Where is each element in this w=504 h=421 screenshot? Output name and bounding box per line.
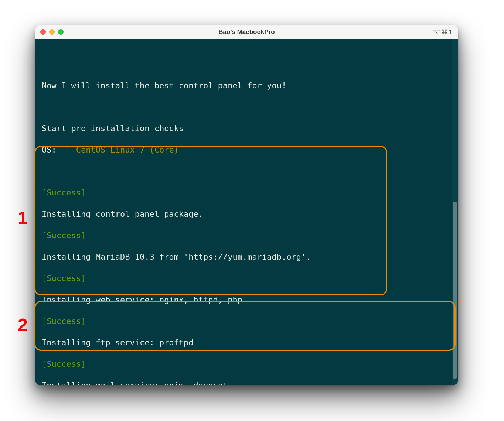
step-line: Installing MariaDB 10.3 from 'https://yu… <box>42 251 458 262</box>
titlebar: Bao's MacbookPro ⌥⌘1 <box>35 25 458 39</box>
close-icon[interactable] <box>40 29 46 35</box>
annotation-number-2: 2 <box>18 315 28 335</box>
minimize-icon[interactable] <box>49 29 55 35</box>
window-shortcut-label: ⌥⌘1 <box>433 28 453 36</box>
step-line: Installing ftp service: proftpd <box>42 337 458 348</box>
step-line: Installing control panel package. <box>42 209 458 219</box>
success-badge: [Success] <box>42 187 458 198</box>
success-badge: [Success] <box>42 273 458 284</box>
success-badge: [Success] <box>42 359 458 369</box>
terminal-content[interactable]: Now I will install the best control pane… <box>35 39 458 385</box>
scrollbar-thumb[interactable] <box>453 202 457 379</box>
start-checks-line: Start pre-installation checks <box>42 123 458 134</box>
step-line: Installing web service: nginx, httpd, ph… <box>42 294 458 305</box>
success-badge: [Success] <box>42 230 458 241</box>
os-value: CentOS Linux 7 (Core) <box>76 145 179 154</box>
os-line: OS: CentOS Linux 7 (Core) <box>42 144 458 155</box>
zoom-icon[interactable] <box>58 29 64 35</box>
terminal-window: Bao's MacbookPro ⌥⌘1 Now I will install … <box>35 25 458 385</box>
step-line: Installing mail service: exim, dovecot <box>42 380 458 385</box>
window-title: Bao's MacbookPro <box>35 28 458 36</box>
annotation-number-1: 1 <box>18 208 28 228</box>
traffic-lights <box>40 29 64 35</box>
success-badge: [Success] <box>42 316 458 326</box>
os-label: OS: <box>42 145 76 154</box>
scrollbar-track[interactable] <box>452 39 458 385</box>
intro-line: Now I will install the best control pane… <box>42 80 458 91</box>
